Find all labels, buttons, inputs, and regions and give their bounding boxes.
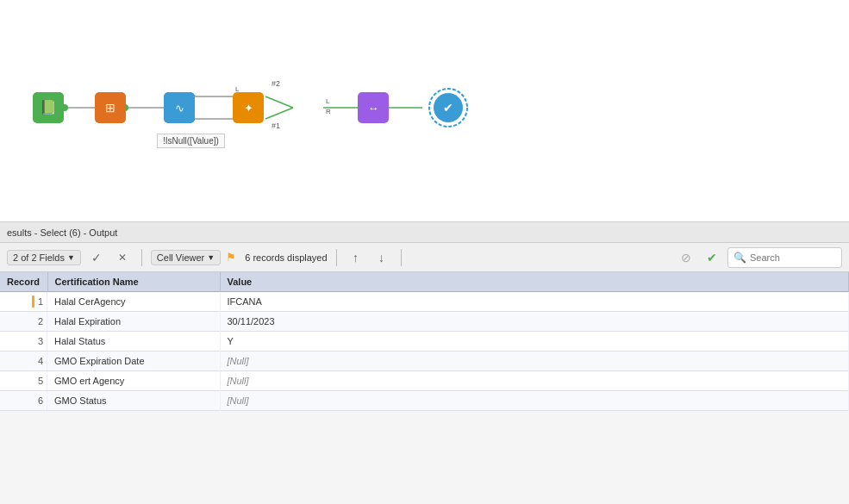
cell-value: [Null] xyxy=(220,371,849,391)
results-header-text: esults - Select (6) - Output xyxy=(7,227,117,238)
svg-text:✦: ✦ xyxy=(244,102,253,115)
results-panel: esults - Select (6) - Output 2 of 2 Fiel… xyxy=(0,222,849,504)
table-row: 2Halal Expiration30/11/2023 xyxy=(0,312,849,332)
cell-record: 5 xyxy=(0,371,47,390)
cell-record: 4 xyxy=(0,352,47,370)
cell-value: 30/11/2023 xyxy=(220,312,849,332)
cell-cert-name: GMO ert Agency xyxy=(47,371,220,391)
toolbar-divider-1 xyxy=(141,249,142,266)
toolbar: 2 of 2 Fields ▼ ✓ ✕ Cell Viewer ▼ ⚑ 6 re… xyxy=(0,243,849,272)
flag-icon: ⚑ xyxy=(226,251,236,264)
cell-viewer-button[interactable]: Cell Viewer ▼ xyxy=(151,250,221,265)
cell-cert-name: Halal Expiration xyxy=(47,312,220,332)
svg-text:R: R xyxy=(326,108,331,115)
svg-text:✔: ✔ xyxy=(443,101,453,115)
filter-label-text: !IsNull([Value]) xyxy=(163,136,219,146)
fields-label: 2 of 2 Fields xyxy=(13,252,65,263)
svg-text:#2: #2 xyxy=(272,79,280,88)
table-row: 1Halal CerAgencyIFCANA xyxy=(0,292,849,312)
cell-record: 2 xyxy=(0,312,47,331)
cell-cert-name: Halal Status xyxy=(47,332,220,352)
cell-viewer-label: Cell Viewer xyxy=(157,252,204,263)
table-header-row: Record Certification Name Value xyxy=(0,272,849,292)
svg-text:⊞: ⊞ xyxy=(105,101,115,115)
cell-value: Y xyxy=(220,332,849,352)
cell-cert-name: GMO Expiration Date xyxy=(47,352,220,371)
toolbar-divider-3 xyxy=(401,249,402,266)
cell-record: 1 xyxy=(0,292,47,311)
cell-cert-name: GMO Status xyxy=(47,391,220,411)
cell-value: [Null] xyxy=(220,391,849,411)
col-header-record: Record xyxy=(0,272,47,292)
svg-text:∿: ∿ xyxy=(175,102,184,115)
chevron-down-icon: ▼ xyxy=(67,253,75,262)
no-entry-icon[interactable]: ⊘ xyxy=(676,247,696,268)
workflow-svg: T F #2 #1 L J R L R 📗 ⊞ ∿ ✦ ↔ xyxy=(26,60,509,172)
col-header-cert-name: Certification Name xyxy=(47,272,220,292)
svg-text:↔: ↔ xyxy=(368,102,379,115)
table-container: Record Certification Name Value 1Halal C… xyxy=(0,272,849,411)
results-header: esults - Select (6) - Output xyxy=(0,222,849,243)
workflow-canvas: T F #2 #1 L J R L R 📗 ⊞ ∿ ✦ ↔ xyxy=(0,0,849,222)
data-table: Record Certification Name Value 1Halal C… xyxy=(0,272,849,411)
cell-value: [Null] xyxy=(220,352,849,371)
table-row: 5GMO ert Agency[Null] xyxy=(0,371,849,391)
col-header-value: Value xyxy=(220,272,849,292)
filter-label-box: !IsNull([Value]) xyxy=(157,134,225,148)
search-icon: 🔍 xyxy=(734,252,746,264)
svg-line-9 xyxy=(265,108,293,119)
search-box: 🔍 xyxy=(727,247,842,268)
toolbar-divider-2 xyxy=(336,249,337,266)
table-row: 3Halal StatusY xyxy=(0,332,849,352)
cell-value: IFCANA xyxy=(220,292,849,312)
sort-asc-button[interactable]: ↑ xyxy=(346,247,366,268)
svg-text:#1: #1 xyxy=(272,121,280,130)
cell-cert-name: Halal CerAgency xyxy=(47,292,220,312)
svg-line-8 xyxy=(265,96,293,108)
table-row: 6GMO Status[Null] xyxy=(0,391,849,411)
svg-text:L: L xyxy=(326,97,330,105)
svg-text:📗: 📗 xyxy=(40,99,57,115)
cell-record: 3 xyxy=(0,332,47,351)
checkmark-icon[interactable]: ✔ xyxy=(702,247,722,268)
chevron-down-icon-2: ▼ xyxy=(207,253,215,262)
svg-text:L: L xyxy=(235,85,240,93)
x-icon-button[interactable]: ✕ xyxy=(112,247,133,268)
search-input[interactable] xyxy=(750,252,836,263)
records-info: 6 records displayed xyxy=(245,252,327,263)
fields-dropdown-button[interactable]: 2 of 2 Fields ▼ xyxy=(7,250,81,265)
check-icon-button[interactable]: ✓ xyxy=(86,247,107,268)
cell-record: 6 xyxy=(0,391,47,410)
sort-desc-button[interactable]: ↓ xyxy=(371,247,392,268)
table-row: 4GMO Expiration Date[Null] xyxy=(0,352,849,371)
